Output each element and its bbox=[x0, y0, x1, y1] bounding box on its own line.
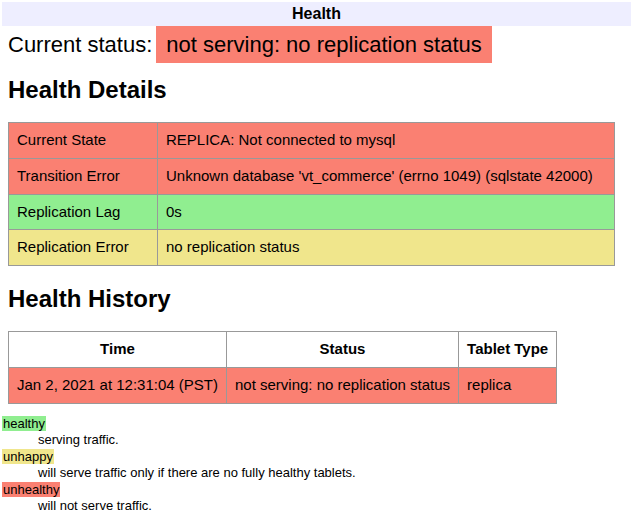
legend-term-healthy: healthy bbox=[2, 416, 46, 431]
history-status-cell: not serving: no replication status bbox=[226, 367, 458, 403]
health-history-heading: Health History bbox=[8, 285, 615, 313]
page-title: Health bbox=[2, 2, 631, 26]
health-details-table: Current State REPLICA: Not connected to … bbox=[8, 122, 615, 266]
detail-value: Unknown database 'vt_commerce' (errno 10… bbox=[158, 158, 615, 194]
legend-term-unhealthy: unhealthy bbox=[2, 482, 60, 497]
table-row: Current State REPLICA: Not connected to … bbox=[9, 123, 615, 159]
detail-value: 0s bbox=[158, 194, 615, 230]
history-tablet-type-cell: replica bbox=[459, 367, 557, 403]
legend-term-unhappy: unhappy bbox=[2, 449, 54, 464]
table-row: Replication Error no replication status bbox=[9, 230, 615, 266]
legend-description: serving traffic. bbox=[38, 432, 631, 448]
legend-item: unhealthy bbox=[2, 482, 631, 498]
detail-key: Transition Error bbox=[9, 158, 158, 194]
table-row: Replication Lag 0s bbox=[9, 194, 615, 230]
detail-value: REPLICA: Not connected to mysql bbox=[158, 123, 615, 159]
legend-item: healthy bbox=[2, 416, 631, 432]
column-header-status: Status bbox=[226, 332, 458, 368]
table-row: Jan 2, 2021 at 12:31:04 (PST) not servin… bbox=[9, 367, 557, 403]
table-row: Transition Error Unknown database 'vt_co… bbox=[9, 158, 615, 194]
legend-description: will serve traffic only if there are no … bbox=[38, 465, 631, 481]
table-header-row: Time Status Tablet Type bbox=[9, 332, 557, 368]
current-status-line: Current status:not serving: no replicati… bbox=[8, 32, 615, 57]
detail-key: Current State bbox=[9, 123, 158, 159]
legend: healthy serving traffic. unhappy will se… bbox=[2, 416, 631, 514]
detail-key: Replication Lag bbox=[9, 194, 158, 230]
legend-description: will not serve traffic. bbox=[38, 498, 631, 514]
current-status-label: Current status: bbox=[8, 32, 152, 57]
status-badge: not serving: no replication status bbox=[156, 26, 492, 63]
health-history-table: Time Status Tablet Type Jan 2, 2021 at 1… bbox=[8, 331, 557, 404]
column-header-tablet-type: Tablet Type bbox=[459, 332, 557, 368]
detail-key: Replication Error bbox=[9, 230, 158, 266]
health-details-heading: Health Details bbox=[8, 76, 615, 104]
history-time-cell: Jan 2, 2021 at 12:31:04 (PST) bbox=[9, 367, 227, 403]
detail-value: no replication status bbox=[158, 230, 615, 266]
legend-item: unhappy bbox=[2, 449, 631, 465]
health-page-content: Current status:not serving: no replicati… bbox=[8, 32, 615, 404]
column-header-time: Time bbox=[9, 332, 227, 368]
